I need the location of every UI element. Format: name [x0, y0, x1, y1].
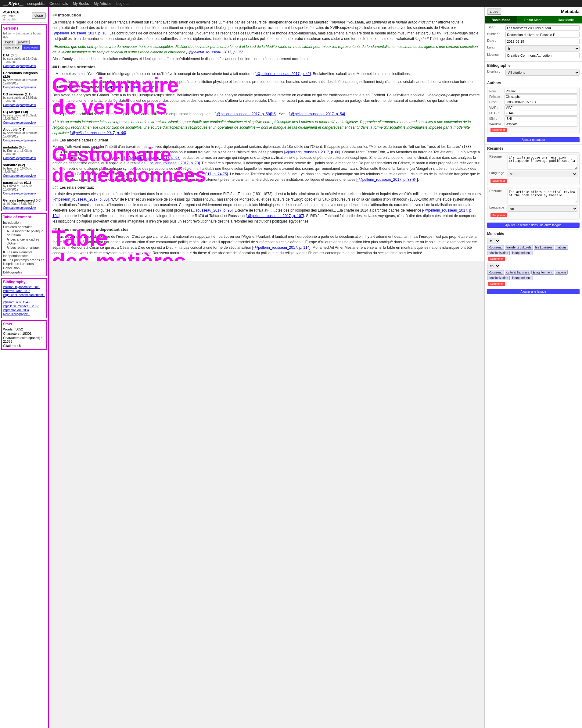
author-prenom-input[interactable] [505, 95, 577, 99]
toc-item-conclusion[interactable]: Conclusion [3, 266, 45, 270]
author-nom-input[interactable] [505, 89, 577, 94]
ref-link[interactable]: pellerin_rousseau_2017, p. 70] [150, 161, 200, 165]
resume-fr-textarea[interactable]: L'article propose une recension critique… [508, 155, 577, 170]
resume-lang-select-fr[interactable]: fren [508, 171, 577, 177]
left-close-button[interactable]: close [32, 12, 46, 19]
preview-button[interactable]: preview [16, 40, 30, 45]
delete-tags-fr-button[interactable]: Supprimer [488, 257, 505, 261]
lang-select[interactable]: fr en es [505, 46, 580, 52]
version-preview[interactable]: preview [25, 64, 36, 68]
ref-link[interactable]: [-@pellerin_rousseau_2017, p. 86] [52, 197, 108, 202]
ref-link[interactable]: [-@pellerin_rousseau_2017, p. 35] [186, 50, 243, 54]
version-export[interactable]: export [16, 86, 25, 89]
motscles-lang-en[interactable]: enfr [487, 263, 500, 269]
ref-link[interactable]: [-@pellerin_rousseau_2017, p. 83-84] [356, 177, 418, 182]
add-resume-button[interactable]: Ajouter un résumé dans une autre langue [487, 223, 580, 228]
bib-item[interactable]: @gauchet_desenchantement_2... [3, 293, 45, 300]
version-preview[interactable]: preview [25, 174, 36, 177]
title-input[interactable] [505, 25, 580, 31]
ref-link[interactable]: [-@pellerin_rousseau_2017, p. 114] [252, 245, 310, 250]
toc-item-lumieres[interactable]: Lumières orientales [3, 225, 45, 229]
version-export[interactable]: export [16, 156, 25, 160]
version-export[interactable]: export [16, 139, 25, 142]
motscles-lang-fr[interactable]: fren [487, 238, 500, 244]
toc-item-printemps[interactable]: III. Les printemps arabes et l'esprit de… [3, 258, 45, 266]
bib-item[interactable]: @premat_du_2004 [3, 309, 45, 312]
ref-link[interactable]: [-@pellerin_rousseau_2017, p. 58][^6] [215, 112, 277, 116]
version-preview[interactable]: preview [25, 121, 36, 124]
toc-item-modernite[interactable]: ↳ La modernité politique de l'Islam [3, 229, 45, 237]
ref-link[interactable]: [-@pellerin_rousseau_2017, p. 67] [124, 155, 180, 160]
version-compare[interactable]: Compare [3, 64, 16, 68]
nav-my-articles[interactable]: My Articles [94, 2, 111, 6]
ref-link[interactable]: [-@pellerin_rousseau_2017, p. 60] [70, 131, 126, 135]
ref-link[interactable]: [-@pellerin_rousseau_2017, p. 54] [289, 112, 345, 116]
version-preview[interactable]: preview [25, 156, 36, 160]
save-major-button[interactable]: Save Major [22, 45, 40, 50]
version-export[interactable]: export [16, 192, 25, 195]
delete-author-button[interactable]: Supprimer [490, 128, 507, 132]
export-button[interactable]: Export [3, 40, 15, 45]
toc-item-mouvements[interactable]: II. Les mouvements indépendantistes [3, 250, 45, 258]
tab-basic-mode[interactable]: Basic Mode [485, 16, 517, 24]
version-export[interactable]: export [16, 174, 25, 177]
toc-item-introduction[interactable]: Introduction [3, 220, 45, 225]
version-export[interactable]: export [16, 64, 25, 68]
bib-item-more[interactable]: More Bibliography... [3, 312, 45, 316]
main-text-content[interactable]: ## Introduction En croisant le regard qu… [52, 12, 481, 256]
version-preview[interactable]: preview [25, 139, 36, 142]
nav-credentials[interactable]: Credentials [49, 2, 68, 6]
resume-lang-select-en[interactable]: enfr [508, 206, 577, 212]
ref-link[interactable]: [-@pellerin_rousseau_2017, p. 66] [284, 150, 340, 154]
display-select[interactable]: All citations [505, 70, 580, 76]
version-export[interactable]: export [16, 206, 25, 209]
version-compare[interactable]: Compare [3, 206, 16, 209]
ref-link[interactable]: [@pellerin_rousseau_2017, p. 10] [52, 31, 107, 35]
version-preview[interactable]: preview [25, 192, 36, 195]
licence-input[interactable] [505, 53, 580, 58]
tab-editor-mode[interactable]: Editor Mode [517, 16, 549, 24]
version-compare[interactable]: Compare [3, 139, 16, 142]
delete-tags-en-button[interactable]: Supprimer [488, 282, 505, 286]
author-viaf-input[interactable] [505, 105, 577, 110]
author-wikidata-input[interactable] [505, 122, 577, 127]
version-preview[interactable]: preview [25, 86, 36, 89]
ref-link[interactable]: [-@pellerin_rousseau_2017, p. 42] [254, 72, 310, 76]
version-export[interactable]: export [16, 103, 25, 107]
nav-logout[interactable]: Log out [116, 2, 128, 6]
bib-item[interactable]: @isnard_aux_1949 [3, 301, 45, 304]
version-preview[interactable]: preview [25, 206, 36, 209]
version-compare[interactable]: Compare [3, 174, 16, 177]
save-minor-button[interactable]: Save Minor [3, 45, 21, 50]
ref-link[interactable]: ... 2017, p. 74-75] [199, 172, 228, 176]
tab-raw-mode[interactable]: Raw Mode [550, 16, 582, 24]
ref-link[interactable]: [-@pellerin_rousseau_2017, p. 43] [105, 85, 161, 89]
ref-link[interactable]: [-@pellerin_rousseau_2017, p. 107] [246, 214, 304, 218]
date-input[interactable] [505, 39, 580, 44]
version-compare[interactable]: Compare [3, 192, 16, 195]
right-close-button[interactable]: close [487, 8, 501, 15]
ref-link[interactable]: rousseau_2017, p. 96] [196, 208, 232, 212]
delete-resume-fr-button[interactable]: Supprimer [490, 179, 507, 183]
toc-item-bibliographie[interactable]: Bibliographie [3, 270, 45, 275]
version-compare[interactable]: Compare [3, 121, 16, 124]
bib-item[interactable]: @ferrari_kant_1992 [3, 289, 45, 293]
author-orcid-input[interactable] [505, 100, 577, 105]
version-compare[interactable]: Compare [3, 86, 16, 89]
version-export[interactable]: export [16, 121, 25, 124]
toc-item-relais[interactable]: ↳ Les relais orientaux [3, 245, 45, 250]
add-author-button[interactable]: Ajouter un auteur [487, 137, 580, 142]
bib-item[interactable]: @pellerin_rousseau_2017 [3, 305, 45, 308]
resume-en-textarea[interactable]: The article offers a critical review of … [508, 189, 577, 204]
version-compare[interactable]: Compare [3, 103, 16, 107]
author-foaf-input[interactable] [505, 111, 577, 115]
main-content[interactable]: Gestionnairede versions Gestionnairede m… [49, 7, 484, 261]
author-isni-input[interactable] [505, 116, 577, 121]
version-compare[interactable]: Compare [3, 156, 16, 160]
bib-item[interactable]: @citton_mythocratie:_2010 [3, 285, 45, 289]
delete-resume-en-button[interactable]: Supprimer [490, 213, 507, 217]
add-language-button[interactable]: Ajouter une langue [487, 289, 580, 294]
nav-senspublic[interactable]: senspublic [27, 2, 45, 6]
nav-my-books[interactable]: My Books [73, 2, 89, 6]
toc-item-anciens[interactable]: ↳ Les anciens cadres d'Orient [3, 237, 45, 245]
